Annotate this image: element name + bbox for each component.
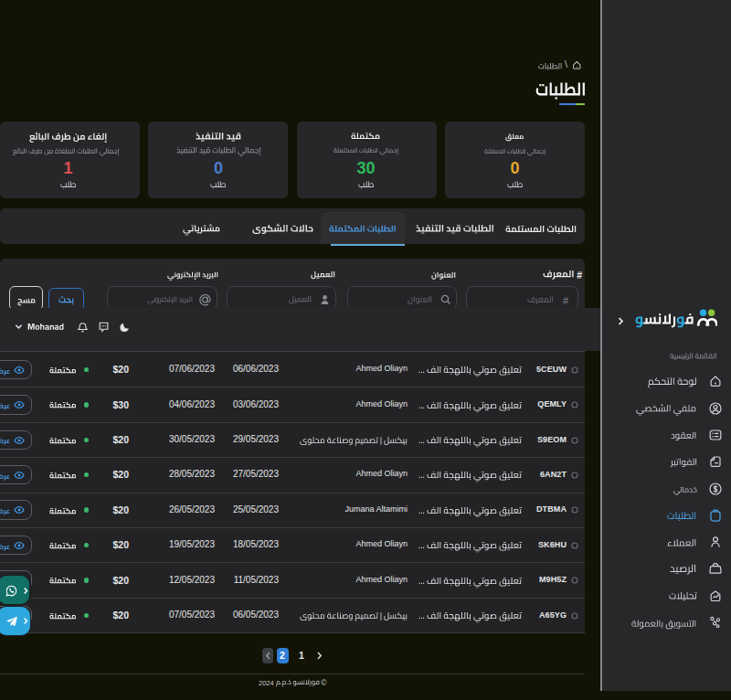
- svg-text:#: #: [563, 295, 569, 306]
